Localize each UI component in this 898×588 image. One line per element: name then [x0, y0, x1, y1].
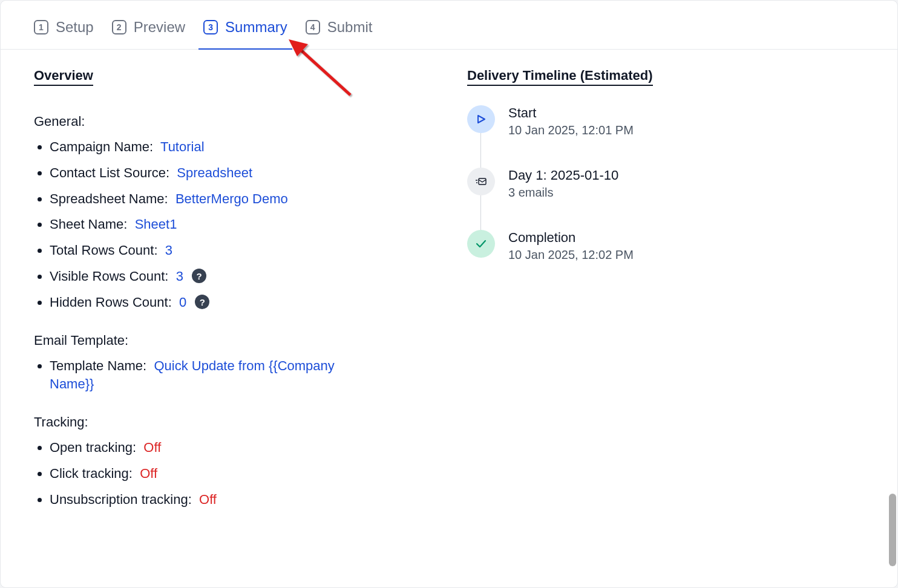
- overview-heading: Overview: [34, 68, 93, 86]
- row-click-tracking: Click tracking: Off: [50, 465, 431, 483]
- label-spreadsheet: Spreadsheet Name:: [50, 191, 168, 206]
- tab-summary-label: Summary: [225, 19, 287, 36]
- summary-content: Overview General: Campaign Name: Tutoria…: [1, 50, 897, 517]
- timeline-text: Start 10 Jan 2025, 12:01 PM: [508, 105, 634, 137]
- tab-preview[interactable]: 2 Preview: [112, 19, 185, 49]
- row-total-rows: Total Rows Count: 3: [50, 241, 431, 260]
- tab-preview-label: Preview: [134, 19, 185, 36]
- label-click-tracking: Click tracking:: [50, 466, 133, 481]
- overview-column: Overview General: Campaign Name: Tutoria…: [34, 68, 431, 517]
- send-mail-icon: [467, 168, 495, 195]
- tab-summary-number: 3: [203, 20, 218, 34]
- row-hidden-rows: Hidden Rows Count: 0 ?: [50, 293, 431, 312]
- label-template-name: Template Name:: [50, 358, 146, 373]
- label-open-tracking: Open tracking:: [50, 440, 136, 455]
- label-campaign-name: Campaign Name:: [50, 139, 153, 154]
- value-open-tracking: Off: [143, 440, 161, 455]
- timeline-text: Day 1: 2025-01-10 3 emails: [508, 168, 618, 200]
- check-icon: [467, 230, 495, 258]
- campaign-wizard-panel: 1 Setup 2 Preview 3 Summary 4 Submit Ove…: [0, 0, 898, 588]
- help-icon[interactable]: ?: [192, 269, 206, 283]
- wizard-tabs: 1 Setup 2 Preview 3 Summary 4 Submit: [1, 1, 897, 50]
- value-click-tracking: Off: [140, 466, 157, 481]
- timeline-completion-title: Completion: [508, 230, 634, 246]
- tab-submit-number: 4: [306, 20, 320, 34]
- timeline-item-start: Start 10 Jan 2025, 12:01 PM: [467, 105, 864, 168]
- row-unsub-tracking: Unsubscription tracking: Off: [50, 491, 431, 509]
- row-spreadsheet: Spreadsheet Name: BetterMergo Demo: [50, 190, 431, 209]
- tracking-heading: Tracking:: [34, 414, 431, 430]
- label-contact-source: Contact List Source:: [50, 165, 169, 180]
- tab-submit[interactable]: 4 Submit: [306, 19, 373, 49]
- value-visible-rows: 3: [176, 269, 183, 284]
- general-list: Campaign Name: Tutorial Contact List Sou…: [50, 138, 431, 312]
- timeline-text: Completion 10 Jan 2025, 12:02 PM: [508, 230, 634, 262]
- timeline-day-subtitle: 3 emails: [508, 186, 618, 200]
- tab-setup[interactable]: 1 Setup: [34, 19, 94, 49]
- timeline: Start 10 Jan 2025, 12:01 PM: [467, 105, 864, 292]
- template-heading: Email Template:: [34, 333, 431, 348]
- tab-summary[interactable]: 3 Summary: [203, 19, 287, 49]
- tab-preview-number: 2: [112, 20, 126, 34]
- row-template-name: Template Name: Quick Update from {{Compa…: [50, 357, 376, 394]
- value-spreadsheet[interactable]: BetterMergo Demo: [175, 191, 288, 206]
- value-hidden-rows: 0: [179, 295, 186, 310]
- value-contact-source[interactable]: Spreadsheet: [177, 165, 252, 180]
- template-list: Template Name: Quick Update from {{Compa…: [50, 357, 431, 394]
- help-icon[interactable]: ?: [195, 295, 209, 309]
- timeline-heading: Delivery Timeline (Estimated): [467, 68, 653, 86]
- label-hidden-rows: Hidden Rows Count:: [50, 295, 172, 310]
- row-sheet: Sheet Name: Sheet1: [50, 215, 431, 234]
- row-visible-rows: Visible Rows Count: 3 ?: [50, 267, 431, 286]
- value-sheet[interactable]: Sheet1: [135, 217, 177, 232]
- timeline-item-completion: Completion 10 Jan 2025, 12:02 PM: [467, 230, 864, 292]
- tab-setup-number: 1: [34, 20, 48, 34]
- scrollbar-thumb[interactable]: [889, 494, 896, 566]
- value-unsub-tracking: Off: [199, 492, 217, 507]
- label-sheet: Sheet Name:: [50, 217, 127, 232]
- label-visible-rows: Visible Rows Count:: [50, 269, 168, 284]
- row-open-tracking: Open tracking: Off: [50, 439, 431, 457]
- timeline-start-subtitle: 10 Jan 2025, 12:01 PM: [508, 123, 634, 137]
- label-unsub-tracking: Unsubscription tracking:: [50, 492, 192, 507]
- value-total-rows: 3: [165, 243, 172, 258]
- svg-marker-2: [478, 116, 485, 123]
- tab-submit-label: Submit: [327, 19, 373, 36]
- play-icon: [467, 105, 495, 133]
- tab-setup-label: Setup: [56, 19, 94, 36]
- tracking-list: Open tracking: Off Click tracking: Off U…: [50, 439, 431, 509]
- svg-rect-3: [479, 178, 486, 185]
- row-contact-source: Contact List Source: Spreadsheet: [50, 164, 431, 183]
- label-total-rows: Total Rows Count:: [50, 243, 158, 258]
- row-campaign-name: Campaign Name: Tutorial: [50, 138, 431, 157]
- timeline-day-title: Day 1: 2025-01-10: [508, 168, 618, 183]
- timeline-column: Delivery Timeline (Estimated) Start 10 J…: [467, 68, 864, 517]
- timeline-completion-subtitle: 10 Jan 2025, 12:02 PM: [508, 248, 634, 262]
- value-campaign-name[interactable]: Tutorial: [160, 139, 205, 154]
- timeline-start-title: Start: [508, 105, 634, 121]
- general-heading: General:: [34, 114, 431, 129]
- timeline-item-day: Day 1: 2025-01-10 3 emails: [467, 168, 864, 230]
